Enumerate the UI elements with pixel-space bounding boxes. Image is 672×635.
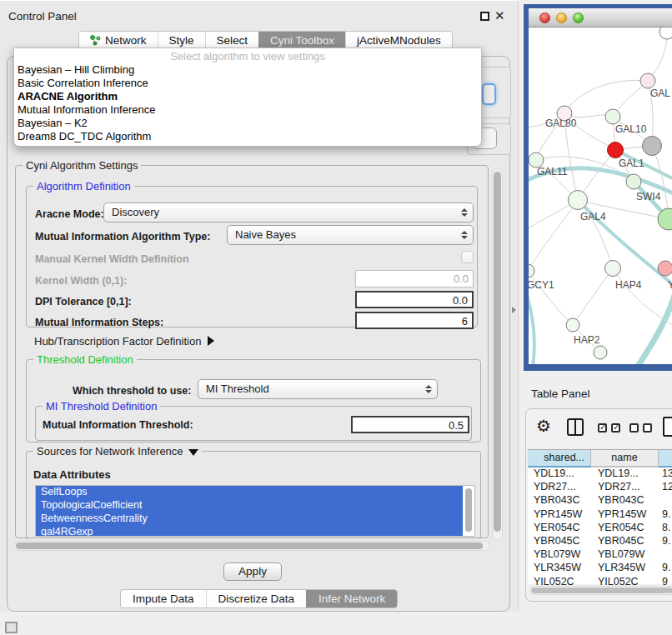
data-attribute-item[interactable]: SelfLoops bbox=[36, 486, 463, 499]
table-cell: YDR27... bbox=[528, 481, 591, 494]
apply-button[interactable]: Apply bbox=[223, 562, 282, 581]
algorithm-option[interactable]: Dream8 DC_TDC Algorithm bbox=[14, 130, 481, 143]
mi-type-select[interactable]: Naive Bayes bbox=[227, 225, 474, 245]
sources-title: Sources for Network Inference bbox=[37, 445, 183, 458]
network-node-gal1[interactable] bbox=[608, 142, 624, 158]
data-attribute-item[interactable]: BetweennessCentrality bbox=[36, 512, 463, 526]
tab-network[interactable]: Network bbox=[79, 32, 158, 49]
checked-columns-icon[interactable] bbox=[598, 423, 620, 432]
splitpane-arrow-icon[interactable] bbox=[512, 307, 516, 313]
network-node-y[interactable] bbox=[658, 261, 672, 276]
network-edge[interactable] bbox=[573, 268, 613, 325]
table-cell: YPR145W bbox=[528, 508, 591, 522]
network-node-gal10[interactable] bbox=[605, 109, 620, 124]
table-row[interactable]: YBR043CYBR043C bbox=[528, 494, 672, 508]
expanded-arrow-icon bbox=[188, 449, 198, 456]
table-row[interactable]: YPR145WYPR145W9. bbox=[528, 508, 672, 522]
aracne-mode-value: Discovery bbox=[112, 206, 159, 218]
settings-horizontal-scrollbar[interactable] bbox=[13, 541, 490, 551]
export-table-icon[interactable] bbox=[663, 417, 672, 437]
table-row[interactable]: YBL079WYBL079W bbox=[528, 548, 672, 562]
network-node-gcy1[interactable] bbox=[529, 264, 534, 278]
table-cell bbox=[659, 548, 672, 562]
columns-icon[interactable] bbox=[567, 418, 584, 436]
subtab-impute-data[interactable]: Impute Data bbox=[121, 590, 206, 608]
algorithm-option[interactable]: Basic Correlation Inference bbox=[14, 77, 481, 90]
algorithm-option[interactable]: ARACNE Algorithm bbox=[14, 90, 481, 103]
algorithm-option[interactable]: Bayesian – K2 bbox=[14, 117, 481, 130]
network-node[interactable] bbox=[594, 346, 607, 359]
table-cell: 9. bbox=[659, 508, 672, 522]
stepper-icon bbox=[461, 231, 468, 239]
table-row[interactable]: YBR045CYBR045C9. bbox=[528, 535, 672, 548]
node-label: GAL1 bbox=[619, 158, 644, 169]
column-header[interactable]: shared... bbox=[528, 450, 591, 468]
table-cell: YLR345W bbox=[528, 562, 591, 575]
network-node[interactable] bbox=[643, 137, 662, 156]
tab-cyni-toolbox[interactable]: Cyni Toolbox bbox=[258, 32, 345, 49]
table-cell: 9. bbox=[659, 562, 672, 575]
column-header[interactable]: name bbox=[591, 450, 659, 468]
tab-select[interactable]: Select bbox=[205, 32, 259, 49]
node-label: Y bbox=[668, 279, 672, 291]
algorithm-dropdown-popup: Select algorithm to view settings Bayesi… bbox=[13, 48, 482, 147]
table-cell: YPR145W bbox=[591, 508, 659, 522]
zoom-traffic-light-icon[interactable] bbox=[573, 12, 584, 23]
algorithm-option[interactable]: Bayesian – Hill Climbing bbox=[14, 63, 481, 77]
focused-combo-fragment bbox=[482, 83, 496, 105]
tab-style[interactable]: Style bbox=[158, 32, 205, 49]
node-label: GAL bbox=[650, 88, 670, 99]
table-cell: YIL052C bbox=[528, 576, 591, 586]
network-node-hap4[interactable] bbox=[605, 261, 621, 277]
dpi-tolerance-field[interactable]: 0.0 bbox=[355, 291, 474, 308]
kernel-width-field: 0.0 bbox=[355, 270, 474, 288]
table-row[interactable]: YDR27...YDR27...12 bbox=[528, 481, 672, 494]
network-node[interactable] bbox=[659, 28, 672, 39]
table-cell: YBR045C bbox=[591, 535, 659, 548]
network-node-gal[interactable] bbox=[640, 73, 655, 88]
unchecked-columns-icon[interactable] bbox=[629, 423, 652, 432]
tab-label: Cyni Toolbox bbox=[270, 34, 334, 47]
mi-threshold-field[interactable]: 0.5 bbox=[351, 416, 469, 433]
tab-jactivemnodules[interactable]: jActiveMNodules bbox=[345, 32, 452, 49]
algorithm-options: Bayesian – Hill ClimbingBasic Correlatio… bbox=[14, 63, 481, 143]
subtab-discretize-data[interactable]: Discretize Data bbox=[206, 590, 307, 608]
close-traffic-light-icon[interactable] bbox=[539, 12, 550, 23]
network-window-titlebar[interactable] bbox=[529, 8, 672, 28]
which-threshold-select[interactable]: MI Threshold bbox=[198, 379, 438, 399]
table-cell: YIL052C bbox=[591, 576, 659, 586]
column-header[interactable] bbox=[659, 450, 672, 468]
list-scrollbar[interactable] bbox=[464, 487, 474, 535]
table-row[interactable]: YIL052CYIL052C9 bbox=[528, 576, 672, 586]
mi-steps-field[interactable]: 6 bbox=[355, 312, 474, 329]
table-row[interactable]: YER054CYER054C8. bbox=[528, 522, 672, 535]
table-horizontal-scrollbar[interactable] bbox=[529, 586, 672, 595]
network-edge[interactable] bbox=[529, 200, 578, 271]
hub-definition-toggle[interactable]: Hub/Transcription Factor Definition bbox=[34, 335, 214, 348]
algorithm-option[interactable]: Mutual Information Inference bbox=[14, 103, 481, 117]
minimize-traffic-light-icon[interactable] bbox=[556, 12, 567, 23]
network-node-hap2[interactable] bbox=[566, 318, 579, 332]
settings-vertical-scrollbar[interactable] bbox=[492, 168, 503, 541]
subtab-infer-network[interactable]: Infer Network bbox=[306, 590, 397, 608]
data-attribute-item[interactable]: gal4RGexp bbox=[36, 526, 463, 537]
cyni-toolbox-subtabs: Impute DataDiscretize DataInfer Network bbox=[120, 589, 398, 608]
mi-threshold-group: MI Threshold Definition Mutual Informati… bbox=[35, 406, 472, 441]
data-attribute-item[interactable]: TopologicalCoefficient bbox=[36, 499, 463, 512]
network-node-swi4[interactable] bbox=[626, 174, 641, 189]
table-row[interactable]: YDL19...YDL19...13 bbox=[528, 468, 672, 481]
data-attributes-list[interactable]: SelfLoopsTopologicalCoefficientBetweenne… bbox=[35, 485, 475, 537]
table-cell: YBR045C bbox=[528, 535, 591, 548]
aracne-mode-select[interactable]: Discovery bbox=[103, 202, 474, 222]
minimized-panel-icon[interactable] bbox=[5, 622, 18, 633]
network-node-gal4[interactable] bbox=[569, 191, 588, 210]
network-canvas[interactable]: GALGAL80GAL10GAL1GAL11SWI4GAL4GCY1HAP4YH… bbox=[529, 28, 672, 364]
table-row[interactable]: YLR345WYLR345W9. bbox=[528, 562, 672, 575]
manual-kernel-checkbox[interactable] bbox=[461, 251, 474, 263]
float-window-icon[interactable] bbox=[480, 12, 489, 21]
network-edge[interactable] bbox=[564, 80, 648, 113]
close-icon[interactable]: ✕ bbox=[494, 8, 505, 23]
gear-icon[interactable]: ⚙ bbox=[536, 418, 551, 434]
mi-type-label: Mutual Information Algorithm Type: bbox=[35, 231, 210, 242]
table-body: YDL19...YDL19...13YDR27...YDR27...12YBR0… bbox=[528, 468, 672, 585]
